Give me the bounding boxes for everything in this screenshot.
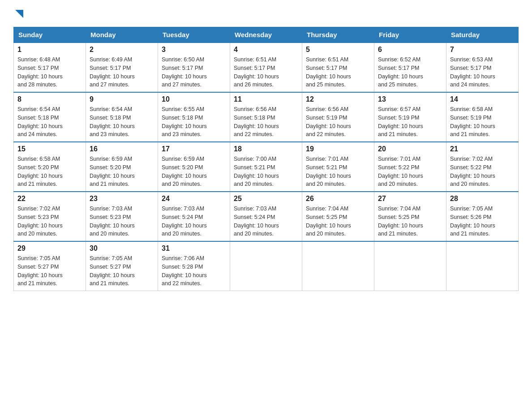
calendar-cell: 17 Sunrise: 6:59 AM Sunset: 5:20 PM Dayl…: [158, 142, 230, 192]
calendar-cell: 8 Sunrise: 6:54 AM Sunset: 5:18 PM Dayli…: [14, 92, 86, 142]
calendar-body: 1 Sunrise: 6:48 AM Sunset: 5:17 PM Dayli…: [14, 43, 519, 291]
calendar-header-thursday: Thursday: [302, 27, 374, 43]
day-number: 12: [306, 95, 370, 103]
calendar-week-row: 8 Sunrise: 6:54 AM Sunset: 5:18 PM Dayli…: [14, 92, 519, 142]
calendar-cell: 14 Sunrise: 6:58 AM Sunset: 5:19 PM Dayl…: [446, 92, 519, 142]
calendar-week-row: 1 Sunrise: 6:48 AM Sunset: 5:17 PM Dayli…: [14, 43, 519, 92]
day-number: 31: [162, 244, 226, 253]
day-number: 10: [162, 95, 226, 103]
calendar-week-row: 15 Sunrise: 6:58 AM Sunset: 5:20 PM Dayl…: [14, 142, 519, 192]
day-info: Sunrise: 7:04 AM Sunset: 5:25 PM Dayligh…: [378, 205, 442, 238]
day-info: Sunrise: 6:51 AM Sunset: 5:17 PM Dayligh…: [306, 56, 370, 89]
calendar-week-row: 29 Sunrise: 7:05 AM Sunset: 5:27 PM Dayl…: [14, 241, 519, 291]
day-info: Sunrise: 6:52 AM Sunset: 5:17 PM Dayligh…: [378, 56, 442, 89]
day-number: 27: [378, 195, 442, 203]
calendar-cell: 5 Sunrise: 6:51 AM Sunset: 5:17 PM Dayli…: [302, 43, 374, 92]
calendar-header-row: SundayMondayTuesdayWednesdayThursdayFrid…: [14, 27, 519, 43]
calendar-cell: 9 Sunrise: 6:54 AM Sunset: 5:18 PM Dayli…: [86, 92, 158, 142]
calendar-cell: 3 Sunrise: 6:50 AM Sunset: 5:17 PM Dayli…: [158, 43, 230, 92]
calendar-cell: 24 Sunrise: 7:03 AM Sunset: 5:24 PM Dayl…: [158, 192, 230, 241]
day-number: 7: [450, 46, 515, 54]
day-number: 30: [90, 244, 154, 253]
day-number: 8: [17, 95, 82, 103]
day-number: 11: [234, 95, 298, 103]
calendar-cell: 29 Sunrise: 7:05 AM Sunset: 5:27 PM Dayl…: [14, 241, 86, 291]
calendar-cell: 2 Sunrise: 6:49 AM Sunset: 5:17 PM Dayli…: [86, 43, 158, 92]
svg-marker-0: [15, 10, 23, 18]
calendar-cell: 11 Sunrise: 6:56 AM Sunset: 5:18 PM Dayl…: [230, 92, 302, 142]
day-info: Sunrise: 7:05 AM Sunset: 5:27 PM Dayligh…: [90, 254, 154, 288]
day-number: 13: [378, 95, 442, 103]
calendar-cell: [230, 241, 302, 291]
calendar-table: SundayMondayTuesdayWednesdayThursdayFrid…: [13, 27, 519, 291]
calendar-cell: 6 Sunrise: 6:52 AM Sunset: 5:17 PM Dayli…: [374, 43, 446, 92]
day-info: Sunrise: 7:01 AM Sunset: 5:21 PM Dayligh…: [306, 155, 370, 188]
day-info: Sunrise: 6:48 AM Sunset: 5:17 PM Dayligh…: [17, 56, 82, 89]
calendar-cell: 7 Sunrise: 6:53 AM Sunset: 5:17 PM Dayli…: [446, 43, 519, 92]
day-info: Sunrise: 7:06 AM Sunset: 5:28 PM Dayligh…: [162, 254, 226, 288]
day-number: 3: [162, 46, 226, 54]
day-number: 26: [306, 195, 370, 203]
day-info: Sunrise: 6:56 AM Sunset: 5:19 PM Dayligh…: [306, 105, 370, 139]
calendar-week-row: 22 Sunrise: 7:02 AM Sunset: 5:23 PM Dayl…: [14, 192, 519, 241]
calendar-header-friday: Friday: [374, 27, 446, 43]
calendar-cell: [446, 241, 519, 291]
calendar-header-saturday: Saturday: [446, 27, 519, 43]
calendar-cell: 10 Sunrise: 6:55 AM Sunset: 5:18 PM Dayl…: [158, 92, 230, 142]
day-info: Sunrise: 7:00 AM Sunset: 5:21 PM Dayligh…: [234, 155, 298, 188]
day-info: Sunrise: 6:53 AM Sunset: 5:17 PM Dayligh…: [450, 56, 515, 89]
calendar-cell: 25 Sunrise: 7:03 AM Sunset: 5:24 PM Dayl…: [230, 192, 302, 241]
day-info: Sunrise: 6:50 AM Sunset: 5:17 PM Dayligh…: [162, 56, 226, 89]
calendar-header-wednesday: Wednesday: [230, 27, 302, 43]
day-number: 21: [450, 145, 515, 153]
day-info: Sunrise: 7:03 AM Sunset: 5:24 PM Dayligh…: [162, 205, 226, 238]
day-number: 9: [90, 95, 154, 103]
day-number: 15: [17, 145, 82, 153]
day-info: Sunrise: 7:01 AM Sunset: 5:22 PM Dayligh…: [378, 155, 442, 188]
day-number: 5: [306, 46, 370, 54]
day-number: 16: [90, 145, 154, 153]
day-number: 23: [90, 195, 154, 203]
day-info: Sunrise: 6:55 AM Sunset: 5:18 PM Dayligh…: [162, 105, 226, 139]
day-info: Sunrise: 6:59 AM Sunset: 5:20 PM Dayligh…: [162, 155, 226, 188]
day-info: Sunrise: 6:57 AM Sunset: 5:19 PM Dayligh…: [378, 105, 442, 139]
calendar-header-monday: Monday: [86, 27, 158, 43]
day-number: 1: [17, 46, 82, 54]
calendar-cell: 21 Sunrise: 7:02 AM Sunset: 5:22 PM Dayl…: [446, 142, 519, 192]
calendar-cell: 27 Sunrise: 7:04 AM Sunset: 5:25 PM Dayl…: [374, 192, 446, 241]
day-number: 29: [17, 244, 82, 253]
calendar-cell: 13 Sunrise: 6:57 AM Sunset: 5:19 PM Dayl…: [374, 92, 446, 142]
day-info: Sunrise: 7:03 AM Sunset: 5:24 PM Dayligh…: [234, 205, 298, 238]
calendar-cell: 4 Sunrise: 6:51 AM Sunset: 5:17 PM Dayli…: [230, 43, 302, 92]
day-info: Sunrise: 6:54 AM Sunset: 5:18 PM Dayligh…: [17, 105, 82, 139]
calendar-cell: 20 Sunrise: 7:01 AM Sunset: 5:22 PM Dayl…: [374, 142, 446, 192]
day-number: 25: [234, 195, 298, 203]
calendar-cell: 18 Sunrise: 7:00 AM Sunset: 5:21 PM Dayl…: [230, 142, 302, 192]
day-number: 6: [378, 46, 442, 54]
day-number: 17: [162, 145, 226, 153]
day-info: Sunrise: 7:04 AM Sunset: 5:25 PM Dayligh…: [306, 205, 370, 238]
day-info: Sunrise: 6:58 AM Sunset: 5:19 PM Dayligh…: [450, 105, 515, 139]
day-info: Sunrise: 7:03 AM Sunset: 5:23 PM Dayligh…: [90, 205, 154, 238]
day-info: Sunrise: 6:54 AM Sunset: 5:18 PM Dayligh…: [90, 105, 154, 139]
day-number: 24: [162, 195, 226, 203]
day-info: Sunrise: 7:05 AM Sunset: 5:27 PM Dayligh…: [17, 254, 82, 288]
day-info: Sunrise: 7:05 AM Sunset: 5:26 PM Dayligh…: [450, 205, 515, 238]
day-info: Sunrise: 7:02 AM Sunset: 5:23 PM Dayligh…: [17, 205, 82, 238]
calendar-cell: 23 Sunrise: 7:03 AM Sunset: 5:23 PM Dayl…: [86, 192, 158, 241]
calendar-cell: 22 Sunrise: 7:02 AM Sunset: 5:23 PM Dayl…: [14, 192, 86, 241]
day-info: Sunrise: 6:58 AM Sunset: 5:20 PM Dayligh…: [17, 155, 82, 188]
day-number: 4: [234, 46, 298, 54]
day-info: Sunrise: 6:59 AM Sunset: 5:20 PM Dayligh…: [90, 155, 154, 188]
calendar-cell: 30 Sunrise: 7:05 AM Sunset: 5:27 PM Dayl…: [86, 241, 158, 291]
calendar-cell: 16 Sunrise: 6:59 AM Sunset: 5:20 PM Dayl…: [86, 142, 158, 192]
calendar-cell: 28 Sunrise: 7:05 AM Sunset: 5:26 PM Dayl…: [446, 192, 519, 241]
day-number: 14: [450, 95, 515, 103]
logo: [13, 9, 23, 18]
calendar-header-sunday: Sunday: [14, 27, 86, 43]
calendar-cell: 31 Sunrise: 7:06 AM Sunset: 5:28 PM Dayl…: [158, 241, 230, 291]
day-info: Sunrise: 6:51 AM Sunset: 5:17 PM Dayligh…: [234, 56, 298, 89]
day-info: Sunrise: 6:49 AM Sunset: 5:17 PM Dayligh…: [90, 56, 154, 89]
calendar-cell: [302, 241, 374, 291]
calendar-cell: 26 Sunrise: 7:04 AM Sunset: 5:25 PM Dayl…: [302, 192, 374, 241]
